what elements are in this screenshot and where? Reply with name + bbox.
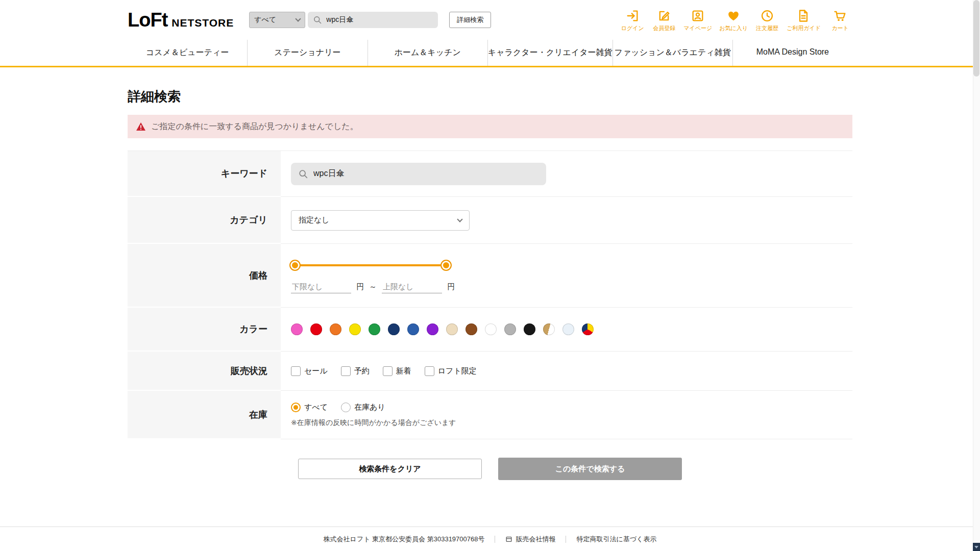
detail-search-button[interactable]: 詳細検索 <box>449 12 491 28</box>
checkbox-reserve[interactable]: 予約 <box>341 366 370 376</box>
color-swatch-orange[interactable] <box>330 323 341 335</box>
clear-conditions-button[interactable]: 検索条件をクリア <box>298 459 482 479</box>
color-swatch-white[interactable] <box>485 323 497 335</box>
price-range-slider[interactable] <box>294 260 447 271</box>
checkbox-sale[interactable]: セール <box>291 366 328 376</box>
color-swatch-yellow[interactable] <box>349 323 361 335</box>
login-button[interactable]: ログイン <box>620 8 645 32</box>
radio-selected-icon <box>291 403 301 412</box>
search-icon <box>313 15 322 24</box>
slider-track[interactable] <box>294 264 447 266</box>
clock-icon <box>760 8 774 23</box>
color-swatch-brown[interactable] <box>465 323 477 335</box>
commerce-law-link[interactable]: 特定商取引法に基づく表示 <box>576 535 656 544</box>
mypage-icon <box>691 8 705 23</box>
color-swatch-clear[interactable] <box>562 323 574 335</box>
color-row: カラー <box>128 308 852 352</box>
checkbox-icon <box>425 366 434 376</box>
radio-icon <box>341 403 351 412</box>
color-swatch-navy[interactable] <box>388 323 400 335</box>
register-icon <box>657 8 671 23</box>
search-scope-select[interactable]: すべて <box>249 12 305 28</box>
slider-handle-min[interactable] <box>289 260 301 271</box>
header-search-box[interactable] <box>308 12 438 28</box>
nav-stationery[interactable]: ステーショナリー <box>247 40 367 66</box>
color-swatches <box>291 323 594 335</box>
scroll-down-button[interactable] <box>973 543 980 551</box>
price-max-input[interactable] <box>382 280 442 293</box>
category-row: カテゴリ 指定なし <box>128 197 852 244</box>
nav-cosme[interactable]: コスメ＆ビューティー <box>128 40 247 66</box>
price-inputs: 円 ～ 円 <box>291 280 455 293</box>
checkbox-icon <box>291 366 301 376</box>
color-swatch-purple[interactable] <box>427 323 438 335</box>
color-swatch-blue[interactable] <box>407 323 419 335</box>
color-swatch-red[interactable] <box>310 323 322 335</box>
price-row: 価格 円 ～ 円 <box>128 244 852 308</box>
chevron-down-icon <box>457 216 462 222</box>
color-swatch-gray[interactable] <box>504 323 516 335</box>
category-nav: コスメ＆ビューティー ステーショナリー ホーム＆キッチン キャラクター・クリエイ… <box>0 40 980 67</box>
checkbox-new[interactable]: 新着 <box>383 366 411 376</box>
sales-status-row: 販売状況 セール 予約 新着 <box>128 352 852 391</box>
cart-button[interactable]: カート <box>828 8 852 32</box>
keyword-input[interactable] <box>313 169 539 179</box>
color-swatch-green[interactable] <box>369 323 380 335</box>
document-icon <box>796 8 811 23</box>
keyword-label: キーワード <box>128 151 281 197</box>
radio-all[interactable]: すべて <box>291 403 328 412</box>
logo-netstore-text: NETSTORE <box>172 17 234 29</box>
color-swatch-black[interactable] <box>524 323 535 335</box>
advanced-search-form: キーワード カテゴリ 指定なし <box>128 151 852 439</box>
nav-fashion[interactable]: ファッション＆バラエティ雑貨 <box>612 40 732 66</box>
stock-label: 在庫 <box>128 391 281 439</box>
price-tilde: ～ <box>369 282 377 292</box>
seller-info-link[interactable]: 販売会社情報 <box>505 535 555 544</box>
checkbox-icon <box>383 366 393 376</box>
header-search: すべて 詳細検索 <box>249 12 491 28</box>
radio-in-stock[interactable]: 在庫あり <box>341 403 385 412</box>
company-info: 株式会社ロフト 東京都公安委員会 第303319700768号 <box>324 535 485 544</box>
register-button[interactable]: 会員登録 <box>652 8 676 32</box>
price-max-unit: 円 <box>447 282 455 292</box>
slider-handle-max[interactable] <box>440 260 452 271</box>
header-search-input[interactable] <box>326 16 433 24</box>
loft-logo[interactable]: LoFt NETSTORE <box>128 9 234 31</box>
color-swatch-pink[interactable] <box>291 323 303 335</box>
site-header: LoFt NETSTORE すべて 詳細検索 <box>0 0 980 40</box>
alert-text: ご指定の条件に一致する商品が見つかりませんでした。 <box>151 121 358 132</box>
search-icon <box>298 169 308 179</box>
scrollbar-thumb[interactable] <box>973 0 979 77</box>
stock-note: ※在庫情報の反映に時間がかかる場合がございます <box>291 418 456 428</box>
favorites-button[interactable]: お気に入り <box>719 8 748 32</box>
color-label: カラー <box>128 308 281 352</box>
footer-divider <box>566 536 566 543</box>
page: LoFt NETSTORE すべて 詳細検索 <box>0 0 980 551</box>
category-select-value: 指定なし <box>299 215 330 225</box>
search-scope-value: すべて <box>254 15 276 24</box>
logo-loft-text: LoFt <box>128 9 167 31</box>
warning-icon <box>136 122 146 131</box>
color-swatch-gold[interactable] <box>543 323 555 335</box>
nav-moma[interactable]: MoMA Design Store <box>732 40 852 66</box>
keyword-field[interactable] <box>291 163 546 185</box>
nav-home-kitchen[interactable]: ホーム＆キッチン <box>368 40 487 66</box>
scrollbar[interactable] <box>973 0 980 551</box>
color-swatch-multicolor[interactable] <box>582 323 594 335</box>
color-swatch-beige[interactable] <box>446 323 458 335</box>
sales-status-label: 販売状況 <box>128 352 281 391</box>
price-min-input[interactable] <box>291 280 351 293</box>
cart-icon <box>833 8 847 23</box>
nav-character[interactable]: キャラクター・クリエイター雑貨 <box>487 40 612 66</box>
guide-button[interactable]: ご利用ガイド <box>787 8 821 32</box>
search-submit-button[interactable]: この条件で検索する <box>498 458 682 480</box>
category-select[interactable]: 指定なし <box>291 210 470 231</box>
heart-icon <box>726 8 741 23</box>
page-title: 詳細検索 <box>128 88 852 106</box>
footer-divider <box>495 536 495 543</box>
mypage-button[interactable]: マイページ <box>683 8 712 32</box>
price-min-unit: 円 <box>356 282 364 292</box>
order-history-button[interactable]: 注文履歴 <box>755 8 779 32</box>
checkbox-loft-limited[interactable]: ロフト限定 <box>425 366 477 376</box>
no-results-alert: ご指定の条件に一致する商品が見つかりませんでした。 <box>128 115 852 138</box>
